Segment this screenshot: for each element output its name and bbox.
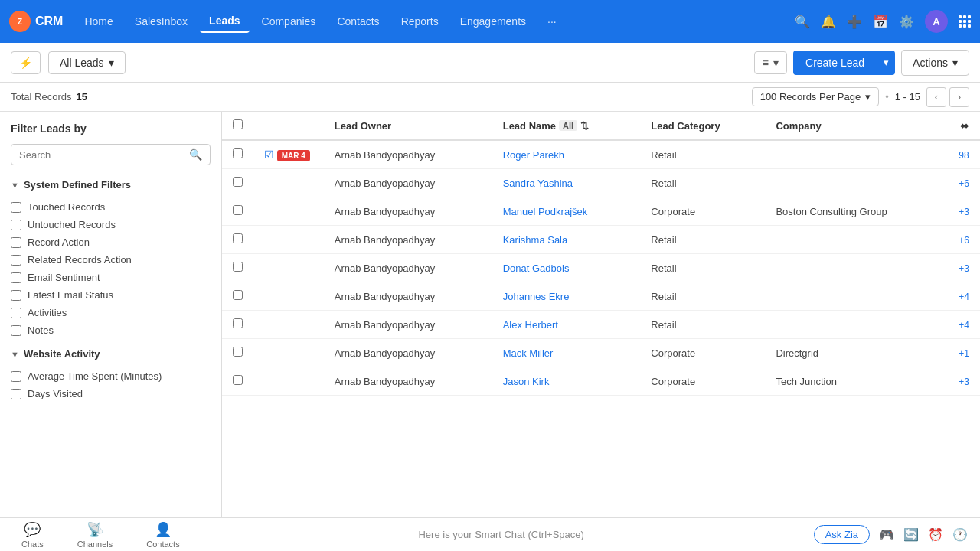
clock-icon[interactable]: ⏰ (928, 527, 943, 542)
nav-reports[interactable]: Reports (392, 11, 448, 32)
filter-item[interactable]: Activities (11, 304, 211, 321)
filter-item[interactable]: Untouched Records (11, 216, 211, 233)
row-select-cell[interactable] (222, 254, 253, 282)
row-select-cell[interactable] (222, 140, 253, 169)
history-icon[interactable]: 🕐 (952, 527, 968, 542)
row-lead-name[interactable]: Karishma Sala (492, 226, 641, 254)
filter-item[interactable]: Touched Records (11, 198, 211, 216)
website-activity-header[interactable]: ▼ Website Activity (11, 345, 211, 363)
nav-more[interactable]: ··· (538, 11, 566, 32)
row-checkbox[interactable] (233, 290, 243, 300)
related-records-checkbox[interactable] (11, 255, 21, 266)
filter-item[interactable]: Average Time Spent (Minutes) (11, 367, 211, 385)
all-leads-dropdown[interactable]: All Leads ▾ (48, 51, 126, 74)
table-row: Arnab Bandyopadhyay Karishma Sala Retail… (222, 226, 980, 254)
add-icon[interactable]: ➕ (847, 15, 862, 29)
avatar[interactable]: A (925, 10, 948, 33)
row-lead-name[interactable]: Sandra Yashina (492, 169, 641, 197)
row-select-cell[interactable] (222, 367, 253, 396)
row-select-cell[interactable] (222, 226, 253, 254)
pagination-arrows: ‹ › (926, 87, 969, 107)
gamepad-icon[interactable]: 🎮 (879, 527, 894, 542)
col-header-lead-name[interactable]: Lead Name All ⇅ (492, 112, 641, 140)
notification-bell-icon[interactable]: 🔔 (821, 15, 836, 29)
filter-item[interactable]: Email Sentiment (11, 269, 211, 286)
row-checkbox[interactable] (233, 177, 243, 187)
row-lead-owner: Arnab Bandyopadhyay (324, 367, 492, 396)
row-select-cell[interactable] (222, 197, 253, 226)
row-checkbox[interactable] (233, 148, 243, 158)
nav-companies[interactable]: Companies (253, 11, 325, 32)
row-lead-name[interactable]: Johannes Ekre (492, 282, 641, 311)
total-records-count: 15 (76, 91, 87, 103)
row-checkbox[interactable] (233, 233, 243, 243)
nav-salesinbox[interactable]: SalesInbox (126, 11, 197, 32)
create-lead-dropdown-button[interactable]: ▾ (877, 51, 895, 75)
days-visited-checkbox[interactable] (11, 389, 21, 399)
pagination-prev-button[interactable]: ‹ (926, 87, 946, 107)
col-header-lead-category[interactable]: Lead Category (640, 112, 765, 140)
touched-records-checkbox[interactable] (11, 202, 21, 213)
untouched-records-checkbox[interactable] (11, 220, 21, 230)
row-lead-name[interactable]: Roger Parekh (492, 140, 641, 169)
list-icon: ≡ (763, 57, 769, 69)
filter-search-input[interactable] (19, 149, 185, 161)
activities-checkbox[interactable] (11, 308, 21, 318)
row-lead-name[interactable]: Jason Kirk (492, 367, 641, 396)
per-page-button[interactable]: 100 Records Per Page ▾ (752, 87, 880, 106)
row-flag-cell: ☑ MAR 4 (253, 140, 324, 169)
row-select-cell[interactable] (222, 339, 253, 367)
list-view-button[interactable]: ≡ ▾ (754, 51, 787, 74)
row-checkbox[interactable] (233, 262, 243, 272)
nav-engagements[interactable]: Engagements (451, 11, 535, 32)
filter-button[interactable]: ⚡ (11, 51, 41, 74)
col-header-company[interactable]: Company (765, 112, 948, 140)
system-filters-header[interactable]: ▼ System Defined Filters (11, 176, 211, 194)
pagination-next-button[interactable]: › (949, 87, 969, 107)
row-lead-name[interactable]: Donat Gadbois (492, 254, 641, 282)
row-select-cell[interactable] (222, 282, 253, 311)
select-all-checkbox[interactable] (233, 119, 243, 129)
filter-item[interactable]: Days Visited (11, 385, 211, 403)
nav-home[interactable]: Home (75, 11, 122, 32)
filter-panel-title: Filter Leads by (11, 122, 211, 135)
apps-grid-icon[interactable] (959, 15, 971, 28)
latest-email-status-checkbox[interactable] (11, 290, 21, 301)
row-select-cell[interactable] (222, 169, 253, 197)
ask-zia-button[interactable]: Ask Zia (814, 525, 870, 544)
search-icon[interactable]: 🔍 (189, 148, 202, 161)
contacts-tab[interactable]: 👤 Contacts (137, 518, 188, 552)
search-icon[interactable]: 🔍 (795, 15, 810, 29)
nav-contacts[interactable]: Contacts (328, 11, 388, 32)
col-header-lead-owner[interactable]: Lead Owner (324, 112, 492, 140)
row-lead-name[interactable]: Mack Miller (492, 339, 641, 367)
filter-item[interactable]: Record Action (11, 233, 211, 251)
notes-checkbox[interactable] (11, 325, 21, 336)
row-checkbox[interactable] (233, 347, 243, 357)
calendar-icon[interactable]: 📅 (873, 15, 888, 29)
row-checkbox[interactable] (233, 375, 243, 385)
row-select-cell[interactable] (222, 311, 253, 339)
row-lead-name[interactable]: Alex Herbert (492, 311, 641, 339)
filter-item[interactable]: Latest Email Status (11, 286, 211, 304)
filter-item[interactable]: Notes (11, 321, 211, 339)
actions-button[interactable]: Actions ▾ (901, 50, 969, 76)
row-checkbox[interactable] (233, 205, 243, 215)
settings-icon[interactable]: ⚙️ (899, 15, 914, 29)
contacts-label: Contacts (146, 540, 179, 549)
row-checkbox[interactable] (233, 318, 243, 328)
record-action-checkbox[interactable] (11, 237, 21, 248)
nav-leads[interactable]: Leads (200, 10, 249, 33)
smart-chat-bar[interactable]: Here is your Smart Chat (Ctrl+Space) (204, 529, 799, 540)
channels-tab[interactable]: 📡 Channels (68, 518, 122, 552)
email-sentiment-checkbox[interactable] (11, 272, 21, 283)
select-all-header[interactable] (222, 112, 253, 140)
filter-item[interactable]: Related Records Action (11, 251, 211, 269)
chats-tab[interactable]: 💬 Chats (12, 518, 53, 552)
refresh-icon[interactable]: 🔄 (903, 527, 919, 542)
create-lead-button[interactable]: Create Lead (793, 51, 877, 75)
row-lead-name[interactable]: Manuel Podkrajšek (492, 197, 641, 226)
latest-email-status-label: Latest Email Status (28, 289, 113, 301)
avg-time-spent-checkbox[interactable] (11, 371, 21, 382)
logo-area[interactable]: Z CRM (9, 11, 63, 32)
